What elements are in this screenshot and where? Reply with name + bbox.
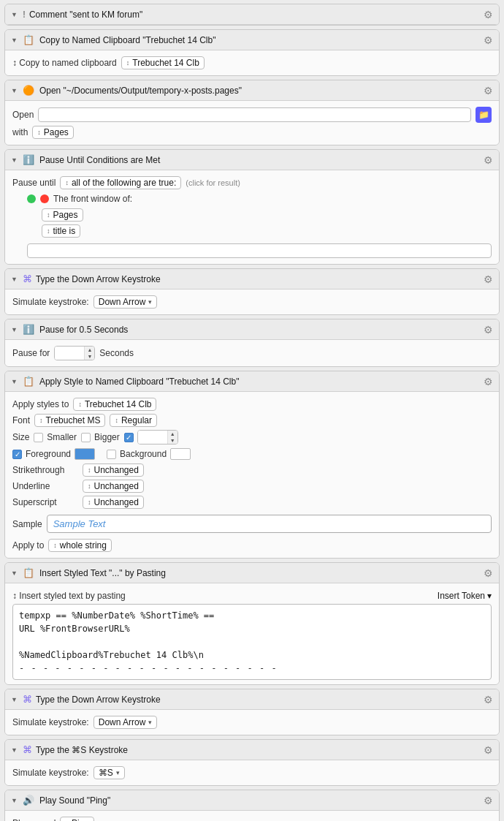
collapse-chevron[interactable]: ▼	[11, 746, 18, 754]
sample-text: Sample Text	[47, 515, 492, 533]
key-select[interactable]: ⌘S ▾	[93, 766, 125, 779]
gear-icon[interactable]: ⚙	[484, 567, 493, 579]
size-number[interactable]: 14	[138, 431, 167, 444]
size-value-group: ✓ 14 ▲ ▼	[124, 430, 178, 444]
block-header: ▼ ℹ️ Pause Until Conditions are Met ⚙	[5, 150, 499, 170]
collapse-chevron[interactable]: ▼	[11, 696, 18, 703]
strikethrough-stepper[interactable]: ↕ Unchanged	[83, 464, 144, 477]
block-copy-clipboard: ▼ 📋 Copy to Named Clipboard "Trebuchet 1…	[4, 29, 500, 76]
size-input[interactable]: 14 ▲ ▼	[137, 430, 178, 444]
with-app-row: with ↕ Pages	[12, 124, 492, 140]
title-value-input[interactable]: tempory-x-posts.pages	[27, 243, 492, 258]
click-result[interactable]: (click for result)	[186, 178, 240, 187]
gear-icon[interactable]: ⚙	[484, 324, 493, 336]
key-select[interactable]: Down Arrow ▾	[93, 716, 158, 729]
font-stepper[interactable]: ↕ Trebuchet MS	[34, 414, 105, 427]
insert-token-button[interactable]: Insert Token ▾	[438, 591, 492, 601]
info-icon: ℹ️	[23, 154, 34, 165]
size-label: Size	[12, 432, 29, 442]
collapse-chevron[interactable]: ▼	[11, 797, 18, 804]
gear-icon[interactable]: ⚙	[484, 85, 493, 97]
remove-condition-dot[interactable]	[40, 194, 49, 203]
app-stepper[interactable]: ↕ Pages	[42, 208, 83, 222]
pause-number[interactable]: 0.5	[55, 347, 84, 360]
sound-value: Ping	[72, 818, 89, 821]
underline-label: Underline	[12, 481, 78, 491]
gear-icon[interactable]: ⚙	[484, 376, 493, 387]
app-value: Pages	[44, 127, 69, 137]
increment-button[interactable]: ▲	[85, 347, 94, 353]
title-stepper[interactable]: ↕ title is	[42, 224, 80, 238]
browse-file-button[interactable]: 📁	[476, 107, 492, 123]
gear-icon[interactable]: ⚙	[484, 34, 493, 46]
bigger-checkbox[interactable]	[81, 433, 91, 442]
clipboard-icon: 📋	[23, 376, 34, 387]
block-title: Play Sound "Ping"	[39, 795, 480, 806]
gear-icon[interactable]: ⚙	[484, 694, 493, 705]
collapse-chevron[interactable]: ▼	[11, 11, 18, 18]
block-title: Pause for 0.5 Seconds	[39, 325, 480, 335]
gear-icon[interactable]: ⚙	[484, 744, 493, 756]
styled-text-area[interactable]: tempxp == %NumberDate% %ShortTime% == UR…	[12, 604, 492, 680]
underline-value: Unchanged	[94, 481, 139, 491]
dropdown-arrow-icon: ▾	[116, 769, 120, 776]
open-path-input[interactable]: ~/Documents/Output/tempory-x-posts.pages	[38, 107, 471, 122]
style-value: Regular	[121, 415, 152, 425]
block-title: Insert Styled Text "..." by Pasting	[39, 568, 480, 578]
background-checkbox[interactable]	[107, 450, 116, 459]
block-open-file: ▼ 🟠 Open "~/Documents/Output/tempory-x-p…	[4, 80, 500, 145]
gear-icon[interactable]: ⚙	[484, 154, 493, 166]
pause-value-input[interactable]: 0.5 ▲ ▼	[54, 346, 95, 360]
gear-icon[interactable]: ⚙	[484, 795, 493, 806]
decrement-button[interactable]: ▼	[85, 353, 94, 360]
collapse-chevron[interactable]: ▼	[11, 276, 18, 283]
increment-button[interactable]: ▲	[168, 431, 177, 437]
key-select[interactable]: Down Arrow ▾	[93, 295, 158, 309]
background-label: Background	[120, 449, 167, 459]
block-title: Type the Down Arrow Keystroke	[36, 274, 480, 284]
app-stepper[interactable]: ↕ Pages	[32, 126, 74, 139]
sound-icon: 🔊	[23, 795, 34, 806]
decrement-button[interactable]: ▼	[168, 437, 177, 444]
collapse-chevron[interactable]: ▼	[11, 87, 18, 94]
underline-stepper[interactable]: ↕ Unchanged	[83, 480, 144, 493]
clipboard-stepper[interactable]: ↕ Trebuchet 14 Clb	[73, 398, 156, 411]
text-line-3	[19, 635, 485, 648]
clipboard-stepper[interactable]: ↕ Trebuchet 14 Clb	[121, 56, 205, 69]
background-color-swatch[interactable]	[170, 448, 191, 460]
gear-icon[interactable]: ⚙	[484, 273, 493, 285]
collapse-chevron[interactable]: ▼	[11, 37, 18, 44]
superscript-row: Superscript ↕ Unchanged	[12, 494, 492, 510]
apply-to-stepper[interactable]: ↕ whole string	[48, 539, 112, 552]
block-pause-conditions: ▼ ℹ️ Pause Until Conditions are Met ⚙ Pa…	[4, 149, 500, 265]
size-spinner[interactable]: ▲ ▼	[167, 431, 177, 444]
block-keystroke-down1: ▼ ⌘ Type the Down Arrow Keystroke ⚙ Simu…	[4, 268, 500, 315]
block-pause-half: ▼ ℹ️ Pause for 0.5 Seconds ⚙ Pause for 0…	[4, 319, 500, 367]
gear-icon[interactable]: ⚙	[484, 9, 493, 20]
style-stepper[interactable]: ↕ Regular	[110, 414, 157, 427]
superscript-stepper[interactable]: ↕ Unchanged	[83, 496, 144, 509]
all-stepper[interactable]: ↕ all of the following are true:	[60, 176, 181, 189]
block-comment: ▼ ! Comment "sent to KM forum" ⚙	[4, 4, 500, 26]
font-value: Trebuchet MS	[46, 415, 101, 425]
block-header: ▼ ℹ️ Pause for 0.5 Seconds ⚙	[5, 319, 499, 340]
number-spinner[interactable]: ▲ ▼	[84, 347, 94, 360]
block-title: Type the Down Arrow Keystroke	[36, 695, 480, 705]
strikethrough-label: Strikethrough	[12, 465, 78, 475]
collapse-chevron[interactable]: ▼	[11, 378, 18, 385]
sound-stepper[interactable]: ↕ Ping	[60, 817, 94, 821]
insert-label: ↕ Insert styled text by pasting	[12, 591, 433, 601]
clipboard-icon: 📋	[23, 34, 34, 45]
collapse-chevron[interactable]: ▼	[11, 570, 18, 577]
foreground-color-swatch[interactable]	[75, 448, 95, 460]
size-checkbox[interactable]: ✓	[124, 433, 134, 442]
collapse-chevron[interactable]: ▼	[11, 156, 18, 164]
add-condition-dot[interactable]	[27, 194, 36, 203]
collapse-chevron[interactable]: ▼	[11, 326, 18, 333]
foreground-checkbox[interactable]: ✓	[12, 450, 22, 459]
pause-until-row: Pause until ↕ all of the following are t…	[12, 175, 492, 191]
pause-icon: ℹ️	[23, 324, 34, 335]
copy-row: ↕ Copy to named clipboard ↕ Trebuchet 14…	[12, 55, 492, 71]
foreground-group: ✓ Foreground	[12, 448, 95, 460]
smaller-checkbox[interactable]	[34, 433, 43, 442]
